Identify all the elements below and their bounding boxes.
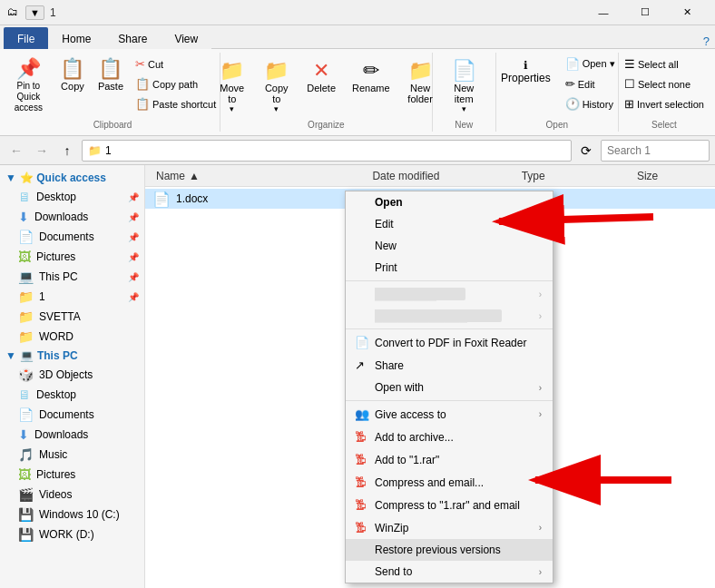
copy-to-button[interactable]: 📁 Copyto ▾	[256, 54, 297, 118]
invert-selection-button[interactable]: ⊞ Invert selection	[620, 94, 709, 113]
col-size-header[interactable]: Size	[630, 170, 711, 182]
this-pc-expand-icon: ▼	[5, 349, 16, 362]
title-bar-folder-icon: 🗂	[7, 5, 22, 20]
sidebar-item-pictures[interactable]: 🖼 Pictures 📌	[0, 247, 144, 267]
copy-to-label: Copyto	[265, 83, 289, 104]
desktop-icon: 🖥	[18, 190, 31, 204]
sidebar-item-1[interactable]: 📁 1 📌	[0, 287, 144, 307]
properties-button[interactable]: ℹ Properties	[495, 54, 557, 89]
refresh-button[interactable]: ⟳	[575, 140, 597, 162]
paste-button[interactable]: 📋 Paste	[93, 54, 129, 96]
search-box[interactable]: 🔍	[601, 140, 710, 162]
sidebar-item-work-d[interactable]: 💾 WORK (D:)	[0, 524, 144, 544]
invert-label: Invert selection	[637, 99, 704, 110]
quick-access-toolbar-btn[interactable]: ▼	[25, 5, 44, 20]
select-none-button[interactable]: ☐ Select none	[620, 74, 709, 93]
sidebar-item-word[interactable]: 📁 WORD	[0, 327, 144, 347]
ctx-new[interactable]: New	[346, 235, 553, 257]
ctx-open-with[interactable]: Open with ›	[346, 377, 553, 398]
new-item-button[interactable]: 📄 Newitem ▾	[444, 54, 485, 118]
sidebar-item-thispc-quick[interactable]: 💻 This PC 📌	[0, 267, 144, 287]
help-button[interactable]: ?	[698, 34, 715, 49]
ctx-compress-email[interactable]: 🗜 Compress and email...	[346, 471, 553, 494]
tab-share[interactable]: Share	[104, 27, 161, 49]
delete-button[interactable]: ✕ Delete	[300, 54, 342, 98]
back-button[interactable]: ←	[5, 140, 27, 162]
minimize-button[interactable]: —	[583, 0, 624, 25]
ctx-edit[interactable]: Edit	[346, 213, 553, 235]
ctx-open[interactable]: Open	[346, 191, 553, 213]
ctx-restore-versions[interactable]: Restore previous versions	[346, 539, 553, 561]
ctx-winzip[interactable]: 🗜 WinZip ›	[346, 516, 553, 539]
col-name-header[interactable]: Name ▲	[149, 170, 365, 182]
sidebar-svetta-label: SVETTA	[39, 310, 81, 323]
cut-icon: ✂	[135, 57, 145, 71]
ctx-share[interactable]: ↗ Share	[346, 354, 553, 377]
sidebar-item-videos[interactable]: 🎬 Videos	[0, 485, 144, 505]
quick-access-header[interactable]: ▼ ⭐ Quick access	[0, 169, 144, 187]
sidebar-item-pictures2[interactable]: 🖼 Pictures	[0, 465, 144, 485]
move-to-button[interactable]: 📁 Moveto ▾	[211, 54, 252, 118]
paste-shortcut-button[interactable]: 📋 Paste shortcut	[131, 94, 220, 113]
path-folder-icon: 📁	[88, 144, 102, 157]
ctx-send-to[interactable]: Send to ›	[346, 561, 553, 583]
ctx-blurred-1[interactable]: ████████ ›	[346, 283, 553, 305]
copy-button[interactable]: 📋 Copy	[54, 54, 91, 96]
sidebar-item-music[interactable]: 🎵 Music	[0, 445, 144, 465]
this-pc-header[interactable]: ▼ 💻 This PC	[0, 347, 144, 365]
select-all-button[interactable]: ☰ Select all	[620, 54, 709, 74]
ctx-convert-pdf[interactable]: 📄 Convert to PDF in Foxit Reader	[346, 331, 553, 354]
forward-button[interactable]: →	[31, 140, 53, 162]
edit-button[interactable]: ✏ Edit	[561, 74, 620, 93]
sidebar-item-windows-c[interactable]: 💾 Windows 10 (C:)	[0, 505, 144, 524]
pin-to-quick-access-button[interactable]: 📌 Pin to Quickaccess	[5, 54, 53, 118]
ctx-new-label: New	[375, 240, 397, 252]
search-input[interactable]	[607, 144, 715, 157]
sidebar-item-svetta[interactable]: 📁 SVETTA	[0, 307, 144, 327]
tab-file[interactable]: File	[4, 27, 48, 49]
sidebar: ▼ ⭐ Quick access 🖥 Desktop 📌 ⬇ Downloads…	[0, 165, 145, 588]
ctx-add-rar-label: Add to "1.rar"	[375, 454, 439, 466]
col-date-header[interactable]: Date modified	[365, 170, 514, 182]
move-label: Moveto	[220, 83, 244, 104]
sidebar-item-3dobjects[interactable]: 🎲 3D Objects	[0, 365, 144, 385]
tab-home[interactable]: Home	[48, 27, 104, 49]
tab-view[interactable]: View	[161, 27, 211, 49]
sidebar-videos-label: Videos	[39, 488, 72, 501]
documents-pin-icon: 📌	[128, 232, 139, 242]
ctx-print-label: Print	[375, 261, 397, 274]
sidebar-item-documents2[interactable]: 📄 Documents	[0, 405, 144, 425]
ctx-give-access[interactable]: 👥 Give access to ›	[346, 403, 553, 426]
cut-button[interactable]: ✂ Cut	[131, 54, 220, 74]
sidebar-item-documents[interactable]: 📄 Documents 📌	[0, 227, 144, 247]
col-type-header[interactable]: Type	[514, 170, 630, 182]
documents2-icon: 📄	[18, 407, 34, 422]
sidebar-item-desktop2[interactable]: 🖥 Desktop	[0, 385, 144, 405]
ctx-add-archive[interactable]: 🗜 Add to archive...	[346, 426, 553, 448]
open-button[interactable]: 📄 Open ▾	[561, 54, 620, 74]
sidebar-item-downloads2[interactable]: ⬇ Downloads	[0, 425, 144, 445]
rename-button[interactable]: ✏ Rename	[346, 54, 397, 98]
ctx-blurred-2[interactable]: ████████████ ›	[346, 305, 553, 327]
ctx-compress-rar-email[interactable]: 🗜 Compress to "1.rar" and email	[346, 494, 553, 516]
sidebar-item-desktop[interactable]: 🖥 Desktop 📌	[0, 187, 144, 207]
ctx-add-rar[interactable]: 🗜 Add to "1.rar"	[346, 448, 553, 471]
open-group-label: Open	[546, 120, 568, 130]
maximize-button[interactable]: ☐	[624, 0, 666, 25]
file-area: Name ▲ Date modified Type Size 📄 1.docx …	[145, 165, 715, 588]
ctx-give-access-arrow: ›	[539, 409, 542, 419]
history-button[interactable]: 🕐 History	[561, 94, 620, 113]
word-folder-icon: 📁	[18, 329, 34, 344]
paste-label: Paste	[98, 81, 123, 92]
ctx-print[interactable]: Print	[346, 257, 553, 279]
this-pc-header-label: This PC	[37, 349, 78, 362]
ctx-send-to-inner: Send to	[355, 565, 412, 578]
copy-path-button[interactable]: 📋 Copy path	[131, 74, 220, 93]
select-none-icon: ☐	[624, 77, 635, 91]
up-button[interactable]: ↑	[56, 140, 78, 162]
copy-path-icon: 📋	[135, 77, 150, 91]
close-button[interactable]: ✕	[666, 0, 708, 25]
sidebar-item-downloads[interactable]: ⬇ Downloads 📌	[0, 207, 144, 227]
add-rar-icon: 🗜	[355, 453, 369, 466]
address-path[interactable]: 📁 1	[82, 140, 572, 162]
